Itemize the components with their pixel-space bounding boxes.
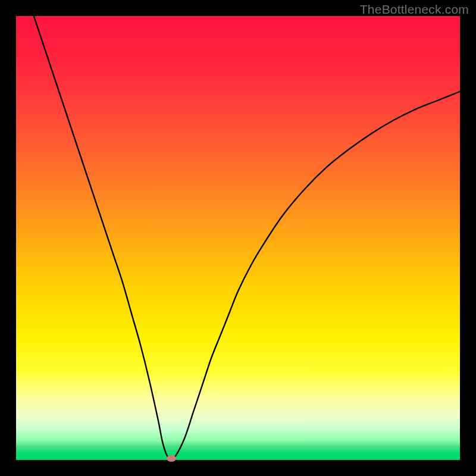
minimum-marker: [167, 455, 176, 462]
watermark-text: TheBottleneck.com: [360, 2, 469, 17]
chart-plot-area: [16, 16, 460, 460]
